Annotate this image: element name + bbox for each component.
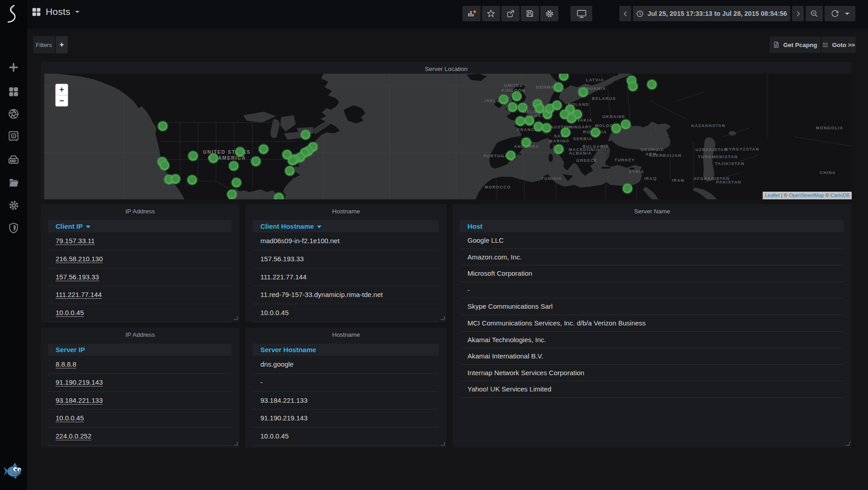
map-marker[interactable] — [554, 83, 563, 92]
fish-mascot-logo[interactable] — [4, 461, 24, 480]
map-marker[interactable] — [512, 92, 522, 101]
cell-value-link[interactable]: 79.157.33.11 — [56, 237, 94, 245]
add-filter-button[interactable]: + — [56, 36, 68, 53]
map-marker[interactable] — [229, 161, 239, 171]
panel-title[interactable]: Hostname — [245, 328, 447, 343]
map-marker[interactable] — [554, 145, 564, 154]
table-row[interactable]: 10.0.0.45 — [48, 410, 231, 428]
map-marker[interactable] — [209, 154, 218, 163]
dashboards-grid-icon[interactable] — [0, 83, 27, 101]
map-marker[interactable] — [499, 95, 509, 104]
table-row[interactable]: 93.184.221.133 — [48, 392, 231, 410]
column-header[interactable]: Server IP — [48, 344, 231, 356]
table-row[interactable]: mad06s09-in-f2.1e100.net — [253, 232, 439, 250]
zoom-out-button[interactable] — [806, 6, 823, 21]
map-marker[interactable] — [612, 124, 621, 133]
table-row[interactable]: Internap Network Services Corporation — [460, 365, 844, 382]
settings-gear-button[interactable] — [540, 6, 558, 21]
table-row[interactable]: 111.221.77.144 — [253, 269, 439, 287]
cell-value-link[interactable]: 91.190.219.143 — [56, 378, 103, 386]
panel-title[interactable]: IP Address — [41, 328, 240, 343]
cell-value-link[interactable]: 224.0.0.252 — [56, 432, 91, 440]
map-marker[interactable] — [227, 190, 237, 199]
table-row[interactable]: Google LLC — [460, 232, 844, 249]
shield-icon[interactable] — [0, 219, 27, 237]
time-forward-button[interactable] — [792, 6, 804, 21]
map-marker[interactable] — [579, 88, 588, 97]
table-row[interactable]: - — [253, 374, 439, 392]
save-button[interactable] — [521, 6, 539, 21]
table-row[interactable]: 93.184.221.133 — [253, 392, 439, 410]
map-marker[interactable] — [301, 130, 311, 140]
cell-value-link[interactable]: 93.184.221.133 — [56, 396, 103, 404]
cell-value-link[interactable]: 157.56.193.33 — [56, 273, 99, 281]
column-header[interactable]: Client IP — [48, 220, 231, 232]
folder-open-icon[interactable] — [0, 174, 27, 192]
map-marker[interactable] — [525, 116, 534, 126]
table-row[interactable]: 11.red-79-157-33.dynamicip.rima-tde.net — [253, 286, 439, 304]
map-marker[interactable] — [285, 166, 295, 176]
aperture-icon[interactable] — [0, 105, 27, 123]
map-marker[interactable] — [623, 184, 632, 193]
table-row[interactable]: 157.56.193.33 — [48, 269, 231, 287]
column-header[interactable]: Host — [460, 220, 844, 232]
map-zoom-in-button[interactable]: + — [56, 84, 68, 95]
panel-title[interactable]: Hostname — [245, 204, 447, 220]
map-marker[interactable] — [567, 114, 576, 123]
map-marker[interactable] — [621, 120, 631, 129]
map-marker[interactable] — [561, 128, 571, 137]
dashboard-picker[interactable]: Hosts — [32, 6, 80, 17]
time-back-button[interactable] — [619, 6, 631, 21]
map-marker[interactable] — [232, 178, 241, 188]
table-row[interactable]: Akamai International B.V. — [460, 348, 844, 365]
table-row[interactable]: 111.221.77.144 — [48, 286, 231, 304]
table-row[interactable]: 79.157.33.11 — [48, 232, 231, 250]
osm-link[interactable]: OpenStreetMap — [789, 193, 824, 198]
vault-icon[interactable] — [0, 127, 27, 145]
map-marker[interactable] — [518, 103, 528, 113]
cartodb-link[interactable]: CartoDB — [830, 193, 849, 198]
map-marker[interactable] — [251, 157, 261, 166]
time-range-picker[interactable]: Jul 25, 2015 17:33:13 to Jul 28, 2015 08… — [633, 6, 790, 21]
map-marker[interactable] — [160, 161, 170, 170]
table-row[interactable]: 8.8.8.8 — [48, 356, 231, 374]
table-row[interactable]: Yahoo! UK Services Limited — [460, 381, 844, 398]
map-marker[interactable] — [508, 103, 518, 112]
map-marker[interactable] — [158, 122, 168, 131]
star-button[interactable] — [482, 6, 500, 21]
column-header[interactable]: Server Hostname — [253, 344, 439, 356]
table-row[interactable]: 10.0.0.45 — [253, 304, 439, 322]
table-row[interactable]: 157.56.193.33 — [253, 250, 439, 269]
cell-value-link[interactable]: 8.8.8.8 — [56, 360, 76, 368]
map-marker[interactable] — [522, 138, 531, 147]
table-row[interactable]: 91.190.219.143 — [48, 374, 231, 392]
app-logo-icon[interactable] — [5, 4, 19, 25]
table-row[interactable]: 224.0.0.252 — [48, 428, 231, 446]
panel-title[interactable]: IP Address — [41, 204, 240, 220]
map-marker[interactable] — [542, 123, 552, 133]
add-icon[interactable] — [0, 58, 27, 76]
map-marker[interactable] — [552, 101, 562, 110]
column-header[interactable]: Client Hostname — [253, 220, 439, 232]
cell-value-link[interactable]: 10.0.0.45 — [56, 309, 84, 316]
map-marker[interactable] — [628, 82, 638, 91]
map-marker[interactable] — [283, 150, 292, 160]
panel-resize-handle[interactable] — [441, 442, 445, 446]
get-pcapng-button[interactable]: Get Pcapng — [769, 37, 821, 53]
world-map[interactable]: + − Leaflet | © OpenStreetMap © CartoDB … — [44, 74, 852, 199]
refresh-button[interactable] — [825, 6, 855, 21]
map-marker[interactable] — [259, 145, 269, 154]
table-row[interactable]: MCI Communications Services, Inc. d/b/a … — [460, 315, 844, 332]
gear-icon[interactable] — [0, 196, 27, 214]
table-row[interactable]: 10.0.0.45 — [253, 428, 439, 446]
panel-resize-handle[interactable] — [441, 316, 445, 320]
add-panel-button[interactable] — [462, 6, 481, 21]
leaflet-link[interactable]: Leaflet — [765, 193, 780, 198]
share-button[interactable] — [501, 6, 519, 21]
map-marker[interactable] — [188, 175, 197, 185]
map-marker[interactable] — [516, 117, 525, 126]
tv-cycle-button[interactable] — [571, 6, 592, 21]
map-marker[interactable] — [506, 151, 516, 160]
table-row[interactable]: Amazon.com, Inc. — [460, 249, 844, 266]
map-marker[interactable] — [591, 128, 600, 137]
